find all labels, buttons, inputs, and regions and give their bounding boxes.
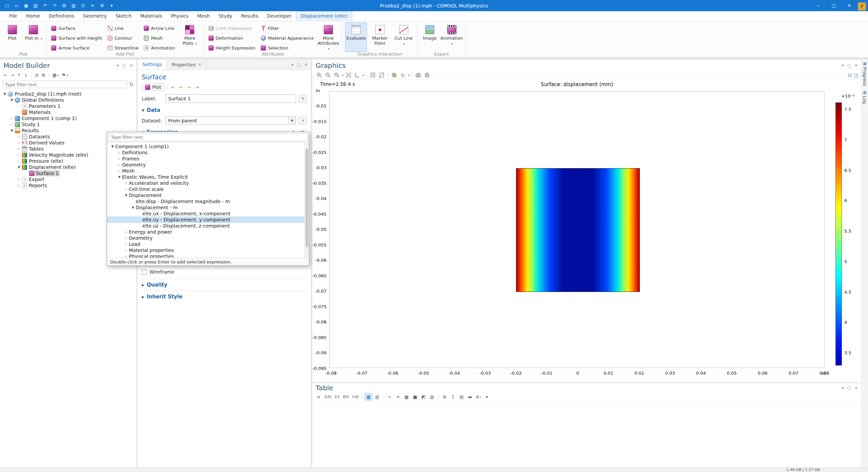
selection-button[interactable]: Selection xyxy=(259,44,315,52)
precision-settings-icon[interactable]: 8▾ xyxy=(475,393,482,400)
surface-button[interactable]: Surface xyxy=(50,24,103,32)
open-file-icon[interactable]: ▭ xyxy=(12,1,21,10)
arrow-surface-button[interactable]: Arrow Surface xyxy=(50,44,103,52)
expand-icon[interactable]: ▷ xyxy=(16,184,22,187)
more-table-icon[interactable]: ▾ xyxy=(483,393,491,400)
tab-physics[interactable]: Physics xyxy=(166,12,193,21)
compact-history-icon[interactable]: ▤ xyxy=(31,1,40,10)
tab-geometry[interactable]: Geometry xyxy=(79,12,111,21)
paste-icon[interactable]: ▥ xyxy=(69,1,78,10)
export-table-icon[interactable]: ↥ xyxy=(449,393,457,400)
expression-filter-input[interactable] xyxy=(108,133,308,141)
side-tab-log[interactable]: Log xyxy=(862,88,868,106)
table-format-icon[interactable]: ≡ xyxy=(315,393,322,400)
section-inherit-style[interactable]: ▶ Inherit Style xyxy=(142,294,307,300)
tab-study[interactable]: Study xyxy=(214,12,237,21)
displacement-surface-plot[interactable] xyxy=(516,168,640,292)
tree-item-materials[interactable]: Materials xyxy=(0,109,136,115)
plot-previous-icon[interactable]: ← xyxy=(178,84,184,90)
animation-button[interactable]: Animation ▾ xyxy=(441,22,462,52)
axes-icon[interactable] xyxy=(377,72,386,79)
go-to-source-icon[interactable]: ↗ xyxy=(299,117,307,125)
tree-item-component-1-comp-1[interactable]: ▷Component 1 (comp 1) xyxy=(0,115,136,121)
mesh-button[interactable]: Mesh xyxy=(142,34,177,42)
redo-icon[interactable]: ↷ xyxy=(50,1,59,10)
dark-cell-icon[interactable]: ■ xyxy=(411,393,419,400)
help-icon[interactable]: ? xyxy=(858,2,866,11)
select-cells-icon[interactable]: ◩ xyxy=(420,393,427,400)
expression-item-acceleration-and-velocity[interactable]: ▷Acceleration and velocity xyxy=(107,180,309,186)
section-quality[interactable]: ▶ Quality xyxy=(142,282,307,288)
close-panel-icon[interactable]: ✕ xyxy=(854,63,858,68)
undo-icon[interactable]: ↶ xyxy=(41,1,50,10)
label-input[interactable] xyxy=(165,94,296,103)
line-button[interactable]: Line xyxy=(106,24,140,32)
plot-in-button[interactable]: Plot In ▾ xyxy=(23,22,43,52)
rename-label-icon[interactable]: ✎ xyxy=(299,95,307,103)
float-panel-icon[interactable]: ▢ xyxy=(847,386,851,390)
expression-item-cell-time-scale[interactable]: ▷Cell time scale xyxy=(107,186,309,192)
scrollbar-thumb[interactable] xyxy=(305,149,308,248)
expand-icon[interactable]: ▷ xyxy=(16,159,22,163)
new-file-icon[interactable]: ◻ xyxy=(3,1,12,10)
expression-item-displacement[interactable]: ▼Displacement xyxy=(107,192,309,198)
expand-icon[interactable]: ▷ xyxy=(123,230,129,234)
transparency-icon[interactable] xyxy=(390,72,398,79)
save-icon[interactable]: ▣ xyxy=(22,1,31,10)
expression-item-frames[interactable]: ▷Frames xyxy=(107,156,309,162)
surface-with-height-button[interactable]: Surface with Height xyxy=(50,34,103,42)
table-surface-icon[interactable]: ▩ xyxy=(403,393,410,400)
dock-window-icon[interactable]: ◳ xyxy=(854,73,859,78)
checker-icon[interactable]: ▨ xyxy=(428,393,436,400)
more-attributes-button[interactable]: More Attributes ▾ xyxy=(317,22,339,52)
collapse-panel-icon[interactable]: ▾ xyxy=(842,63,844,68)
float-panel-icon[interactable]: ▢ xyxy=(122,63,126,68)
tab-settings[interactable]: Settings xyxy=(138,60,167,70)
tab-file[interactable]: File xyxy=(5,12,21,21)
annotation-button[interactable]: Annotation xyxy=(142,44,177,52)
expand-icon[interactable]: ▷ xyxy=(16,147,22,151)
copy-icon[interactable]: ⊞ xyxy=(60,1,68,10)
expression-item-geometry[interactable]: ▷Geometry xyxy=(107,235,309,241)
collapse-icon[interactable]: ▼ xyxy=(117,175,122,179)
expand-icon[interactable]: ▷ xyxy=(9,117,15,120)
streamline-button[interactable]: Streamline xyxy=(106,44,140,52)
tree-item-study-1[interactable]: ▷Study 1 xyxy=(0,121,136,127)
cut-line-button[interactable]: Cut Line ▾ xyxy=(393,22,414,52)
deformation-button[interactable]: Deformation xyxy=(207,34,257,42)
expression-item-physical-properties[interactable]: ▷Physical properties xyxy=(107,253,309,258)
dataset-select[interactable]: From parent ▼ xyxy=(165,116,296,125)
expression-item-elastic-waves-time-explicit[interactable]: ▼Elastic Waves, Time Explicit xyxy=(107,174,309,180)
full-table-view-icon[interactable]: ▥ xyxy=(373,393,381,400)
expand-all-icon[interactable]: ⊞ xyxy=(41,72,46,78)
expand-icon[interactable]: ▷ xyxy=(117,151,122,154)
settings-icon[interactable]: ⚙ xyxy=(98,1,106,10)
tree-item-global-definitions[interactable]: ▼Global Definitions xyxy=(0,97,136,103)
reset-desktop-icon[interactable]: ▾ xyxy=(107,1,116,10)
tab-materials[interactable]: Materials xyxy=(136,12,166,21)
wireframe-checkbox[interactable] xyxy=(142,270,147,275)
table-content[interactable] xyxy=(312,402,861,467)
delete-table-icon[interactable]: ✕ xyxy=(394,393,402,400)
section-data[interactable]: ▼ Data xyxy=(142,107,307,113)
expand-icon[interactable]: ▷ xyxy=(117,157,122,160)
expand-icon[interactable]: ▷ xyxy=(16,135,22,138)
expand-icon[interactable]: ▷ xyxy=(16,178,22,181)
arrow-line-button[interactable]: Arrow Line xyxy=(142,24,177,32)
scrollbar[interactable] xyxy=(304,143,309,258)
copy-image-icon[interactable]: ⊡ xyxy=(848,73,852,78)
close-tab-icon[interactable]: ✕ xyxy=(198,62,201,67)
collapse-icon[interactable]: ▼ xyxy=(16,165,22,169)
image-button[interactable]: Image xyxy=(420,22,439,52)
tab-sketch[interactable]: Sketch xyxy=(111,12,136,21)
expression-item-elte-uz-displacement-z-component[interactable]: elte.uz - Displacement, z-component xyxy=(107,223,309,229)
show-options-icon[interactable]: ▦▾ xyxy=(51,72,60,78)
default-view-icon[interactable] xyxy=(353,72,361,79)
marker-point-button[interactable]: Marker Point xyxy=(369,22,391,52)
tab-developer[interactable]: Developer xyxy=(263,12,296,21)
display-precision-icon[interactable]: 8.5 xyxy=(333,393,341,400)
collapse-icon[interactable]: ▼ xyxy=(130,206,136,209)
plot-button[interactable]: Plot xyxy=(142,83,164,91)
collapse-panel-icon[interactable]: ▾ xyxy=(292,62,294,67)
collapse-panel-icon[interactable]: ▾ xyxy=(842,386,844,390)
